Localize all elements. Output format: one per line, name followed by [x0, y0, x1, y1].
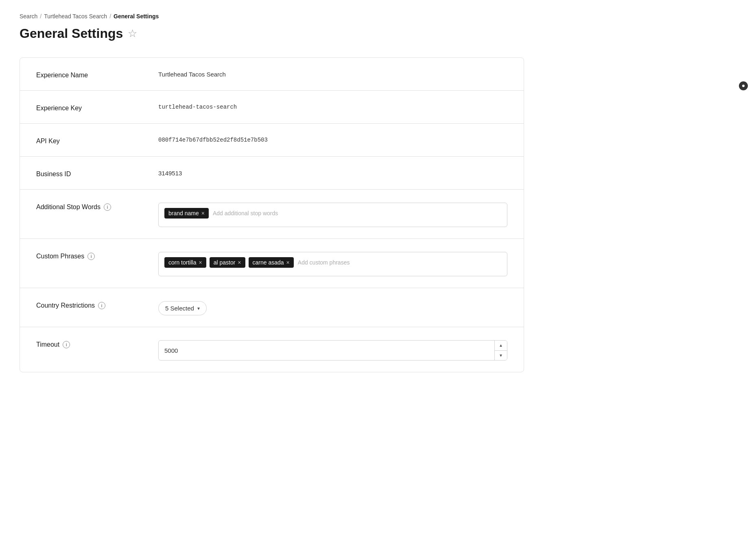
additional-stop-words-placeholder[interactable]: Add additional stop words [212, 208, 279, 219]
tag-carne-asada: carne asada × [249, 257, 294, 268]
breadcrumb-sep-2: / [109, 13, 111, 20]
experience-key-row: Experience Key turtlehead-tacos-search [20, 91, 524, 124]
tag-corn-tortilla: corn tortilla × [164, 257, 206, 268]
tag-brand-name-remove[interactable]: × [201, 210, 205, 216]
floating-indicator [739, 81, 748, 90]
favorite-star-icon[interactable]: ☆ [128, 27, 137, 40]
custom-phrases-value[interactable]: corn tortilla × al pastor × carne asada … [158, 250, 507, 276]
business-id-label: Business ID [36, 168, 158, 178]
experience-name-row: Experience Name Turtlehead Tacos Search [20, 58, 524, 91]
page-title: General Settings [20, 26, 123, 41]
custom-phrases-label: Custom Phrases i [36, 250, 158, 260]
business-id-value: 3149513 [158, 168, 507, 177]
breadcrumb-tacos-search[interactable]: Turtlehead Tacos Search [44, 13, 107, 20]
experience-key-label: Experience Key [36, 102, 158, 112]
custom-phrases-placeholder[interactable]: Add custom phrases [297, 257, 351, 268]
additional-stop-words-tags-container[interactable]: brand name × Add additional stop words [158, 203, 507, 227]
country-restrictions-info-icon[interactable]: i [98, 302, 105, 309]
additional-stop-words-row: Additional Stop Words i brand name × Add… [20, 190, 524, 239]
timeout-input[interactable] [159, 342, 494, 359]
timeout-spinner-down[interactable]: ▼ [495, 351, 507, 361]
breadcrumb-search[interactable]: Search [20, 13, 37, 20]
tag-corn-tortilla-text: corn tortilla [168, 259, 196, 266]
timeout-spinners: ▲ ▼ [494, 341, 507, 360]
api-key-label: API Key [36, 135, 158, 145]
tag-corn-tortilla-remove[interactable]: × [199, 260, 202, 265]
breadcrumb: Search / Turtlehead Tacos Search / Gener… [20, 13, 736, 20]
tag-brand-name-text: brand name [168, 210, 199, 216]
country-restrictions-value: 5 Selected ▾ [158, 299, 507, 315]
additional-stop-words-value[interactable]: brand name × Add additional stop words [158, 201, 507, 227]
custom-phrases-tags-container[interactable]: corn tortilla × al pastor × carne asada … [158, 252, 507, 276]
tag-carne-asada-text: carne asada [253, 259, 284, 266]
timeout-row: Timeout i ▲ ▼ [20, 327, 524, 372]
country-restrictions-chevron-icon: ▾ [197, 306, 200, 311]
custom-phrases-row: Custom Phrases i corn tortilla × al past… [20, 239, 524, 288]
country-restrictions-row: Country Restrictions i 5 Selected ▾ [20, 288, 524, 327]
settings-card: Experience Name Turtlehead Tacos Search … [20, 57, 524, 372]
breadcrumb-sep-1: / [40, 13, 42, 20]
timeout-input-container: ▲ ▼ [158, 340, 507, 361]
tag-al-pastor-text: al pastor [214, 259, 236, 266]
country-restrictions-selected-label: 5 Selected [165, 305, 194, 312]
experience-key-value: turtlehead-tacos-search [158, 102, 507, 110]
additional-stop-words-label: Additional Stop Words i [36, 201, 158, 211]
timeout-value: ▲ ▼ [158, 339, 507, 361]
experience-name-value: Turtlehead Tacos Search [158, 69, 507, 78]
custom-phrases-info-icon[interactable]: i [87, 253, 95, 260]
api-key-value: 080f714e7b67dfbb52ed2f8d51e7b503 [158, 135, 507, 143]
timeout-info-icon[interactable]: i [63, 341, 70, 348]
breadcrumb-current: General Settings [114, 13, 159, 20]
business-id-row: Business ID 3149513 [20, 157, 524, 190]
api-key-row: API Key 080f714e7b67dfbb52ed2f8d51e7b503 [20, 124, 524, 157]
tag-al-pastor-remove[interactable]: × [238, 260, 241, 265]
tag-carne-asada-remove[interactable]: × [286, 260, 290, 265]
tag-brand-name: brand name × [164, 208, 209, 219]
country-restrictions-label: Country Restrictions i [36, 299, 158, 309]
country-restrictions-dropdown[interactable]: 5 Selected ▾ [158, 301, 207, 315]
additional-stop-words-info-icon[interactable]: i [104, 203, 111, 211]
tag-al-pastor: al pastor × [210, 257, 245, 268]
timeout-label: Timeout i [36, 339, 158, 348]
experience-name-label: Experience Name [36, 69, 158, 79]
timeout-spinner-up[interactable]: ▲ [495, 341, 507, 350]
